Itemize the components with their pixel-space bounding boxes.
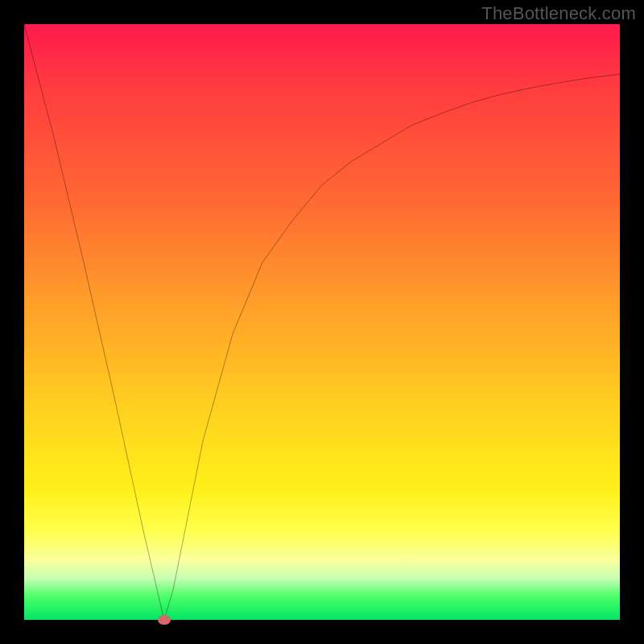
bottleneck-curve xyxy=(24,24,620,620)
chart-frame: TheBottleneck.com xyxy=(0,0,644,644)
curve-line xyxy=(24,24,620,620)
watermark-text: TheBottleneck.com xyxy=(481,3,636,24)
plot-area xyxy=(24,24,620,620)
minimum-marker xyxy=(158,615,171,625)
